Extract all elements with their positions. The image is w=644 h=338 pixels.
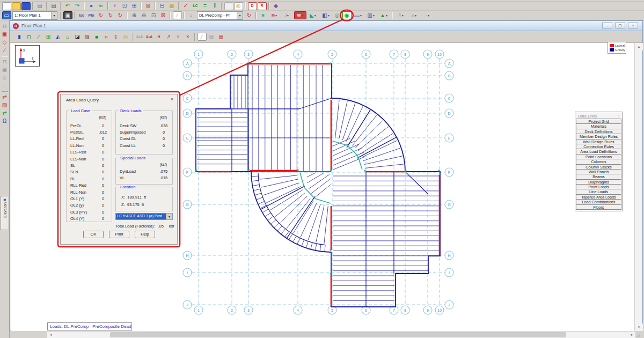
- brace-select-gray-icon[interactable]: ∕: [1, 82, 9, 90]
- report-preview-icon[interactable]: ◎: [234, 2, 243, 10]
- dialog-close-icon[interactable]: ×: [171, 97, 173, 102]
- scrollbar-thumb[interactable]: [110, 332, 566, 337]
- plan-view-icon[interactable]: Pln: [87, 11, 96, 19]
- pick-member-icon[interactable]: ↗: [164, 33, 173, 41]
- chevron-down-icon[interactable]: ▾: [275, 13, 277, 17]
- deck-dark-icon[interactable]: ◪: [73, 33, 82, 41]
- data-entry-floors[interactable]: Floors: [576, 204, 621, 210]
- chevron-down-icon[interactable]: ▾: [287, 13, 289, 17]
- window-titlebar[interactable]: R Floor Plan 1 – ▢ ×: [10, 21, 642, 31]
- deck-triangle-icon[interactable]: ◣▾: [307, 11, 319, 19]
- deck-green-icon[interactable]: ■: [92, 33, 101, 41]
- new-file-icon[interactable]: [2, 2, 11, 10]
- data-entry-member-design-rules[interactable]: Member Design Rules: [576, 134, 621, 139]
- chevron-down-icon[interactable]: ▾: [386, 13, 387, 17]
- load-cases-lc-icon[interactable]: LC: [191, 2, 200, 10]
- scroll-down-icon[interactable]: ▼: [635, 324, 643, 331]
- chevron-down-icon[interactable]: ▾: [415, 13, 416, 17]
- chevron-down-icon[interactable]: ▾: [51, 12, 57, 19]
- chevron-down-icon[interactable]: ▾: [166, 214, 172, 219]
- load-combos-equals-icon[interactable]: =: [201, 2, 210, 10]
- deck-square-icon[interactable]: ◧▾: [320, 11, 332, 19]
- column-strip-icon[interactable]: ▥▾: [365, 11, 377, 19]
- data-entry-area-load-definitions[interactable]: Area Load Definitions: [576, 149, 621, 154]
- design-d-icon[interactable]: D: [248, 2, 257, 10]
- column-select-gray-icon[interactable]: ▣: [1, 66, 9, 74]
- member-line-icon[interactable]: ∕▾: [281, 11, 294, 19]
- lock-icon[interactable]: Ω: [1, 117, 9, 125]
- delete-red-icon[interactable]: ×: [184, 33, 193, 41]
- delete-grid-icon[interactable]: ⊠: [144, 2, 153, 10]
- beam-select-gray-icon[interactable]: ⊓: [1, 58, 9, 65]
- view-selector[interactable]: 1: Floor Plan 1▾: [12, 11, 57, 20]
- size-joists-icon[interactable]: H: [155, 33, 164, 41]
- scroll-up-icon[interactable]: ▲: [635, 43, 643, 50]
- print-button[interactable]: Print: [109, 231, 129, 238]
- zoom-extents-icon[interactable]: ⊠: [159, 11, 168, 19]
- compass-icon[interactable]: ◎: [333, 11, 342, 19]
- delete-gray-icon[interactable]: ×: [174, 33, 183, 41]
- size-beams-red-icon[interactable]: A•A: [145, 33, 154, 41]
- restore-button[interactable]: ▢: [615, 22, 625, 29]
- criteria-check-icon[interactable]: ✓: [181, 2, 191, 10]
- chevron-down-icon[interactable]: ▾: [328, 13, 330, 17]
- units-in-icon[interactable]: in: [97, 2, 106, 10]
- add-column-icon[interactable]: ▮: [15, 33, 24, 41]
- screen-view-icon[interactable]: ▭: [2, 11, 11, 19]
- design-r-icon[interactable]: R: [258, 2, 267, 10]
- edit-pencil-icon[interactable]: ∕: [197, 33, 207, 41]
- add-triangle-icon[interactable]: ◭: [54, 33, 63, 41]
- clock-history-icon[interactable]: ◔▾: [421, 11, 433, 19]
- transfer-deck-icon[interactable]: ▨: [1, 101, 9, 109]
- undo-icon[interactable]: ↶: [63, 2, 72, 10]
- zoom-in-icon[interactable]: ⊕: [130, 11, 139, 19]
- wall-select-gray-icon[interactable]: ◇: [1, 74, 9, 82]
- axial-n-icon[interactable]: N: [259, 11, 268, 19]
- show-grid-light-icon[interactable]: ▦: [207, 33, 216, 41]
- horizontal-scrollbar[interactable]: ◄ ►: [47, 332, 635, 338]
- chevron-down-icon[interactable]: ▾: [237, 12, 243, 19]
- members-parallel-icon[interactable]: ‖: [210, 2, 219, 10]
- rotate-z-icon[interactable]: ↻: [116, 11, 125, 19]
- transfer-green-icon[interactable]: ⇄: [1, 109, 9, 117]
- add-brace-icon[interactable]: ∕: [34, 33, 43, 41]
- chevron-down-icon[interactable]: ▾: [402, 13, 404, 17]
- redraw-pencil-icon[interactable]: ∕: [173, 11, 182, 19]
- chevron-down-icon[interactable]: ▾: [373, 13, 375, 17]
- data-entry-tapered-area-loads[interactable]: Tapered Area Loads: [576, 194, 621, 200]
- show-grid-red-icon[interactable]: ▦: [217, 33, 226, 41]
- close-button[interactable]: ×: [628, 22, 638, 29]
- size-beams-icon[interactable]: A•A: [135, 33, 144, 41]
- snapshot-camera-icon[interactable]: ▣: [63, 11, 72, 19]
- solid-view-icon[interactable]: ■▾: [408, 11, 420, 19]
- column-select-red-icon[interactable]: ▣: [1, 31, 9, 38]
- zoom-out-icon[interactable]: ⊖: [140, 11, 149, 19]
- iso-view-icon[interactable]: Iso: [77, 11, 86, 19]
- save-file-icon[interactable]: [21, 2, 31, 10]
- wall-select-red-icon[interactable]: ◇: [1, 39, 9, 46]
- brace-select-red-icon[interactable]: ∕: [1, 47, 9, 54]
- elevation-tab[interactable]: ▣ Elevation: [1, 196, 9, 230]
- globe-icon[interactable]: ●: [87, 2, 96, 10]
- add-polygon-icon[interactable]: ⌂: [63, 33, 72, 41]
- slope-view-icon[interactable]: ▲▾: [378, 11, 390, 19]
- add-beam-icon[interactable]: ⊓: [25, 33, 34, 41]
- elevation-view-icon[interactable]: ⊟: [158, 2, 167, 10]
- help-button[interactable]: Help: [135, 231, 155, 238]
- redo-icon[interactable]: ↷: [73, 2, 82, 10]
- copy-icon[interactable]: ▤: [35, 2, 45, 10]
- blank-page-icon[interactable]: [224, 2, 233, 10]
- apply-load-icon[interactable]: ↓: [187, 11, 196, 19]
- add-wall-dots-icon[interactable]: ⠶: [102, 33, 111, 41]
- wall-w-icon[interactable]: W▾: [294, 11, 306, 19]
- print-icon[interactable]: ▤: [49, 2, 58, 10]
- minimize-button[interactable]: –: [602, 22, 612, 29]
- load-combination-select[interactable]: LC 5:ASCE ASD 3 (a) Post ▾: [115, 213, 173, 220]
- data-entry-load-combinations[interactable]: Load Combinations: [576, 199, 621, 204]
- layout-grid-icon[interactable]: ⊞: [44, 33, 53, 41]
- help-book-icon[interactable]: ◆: [272, 2, 281, 10]
- vertical-scrollbar[interactable]: ▲ ▼: [634, 43, 642, 331]
- moment-m-icon[interactable]: M▾: [268, 11, 281, 19]
- scroll-right-icon[interactable]: ►: [628, 332, 635, 338]
- zoom-window-icon[interactable]: ⊡: [149, 11, 158, 19]
